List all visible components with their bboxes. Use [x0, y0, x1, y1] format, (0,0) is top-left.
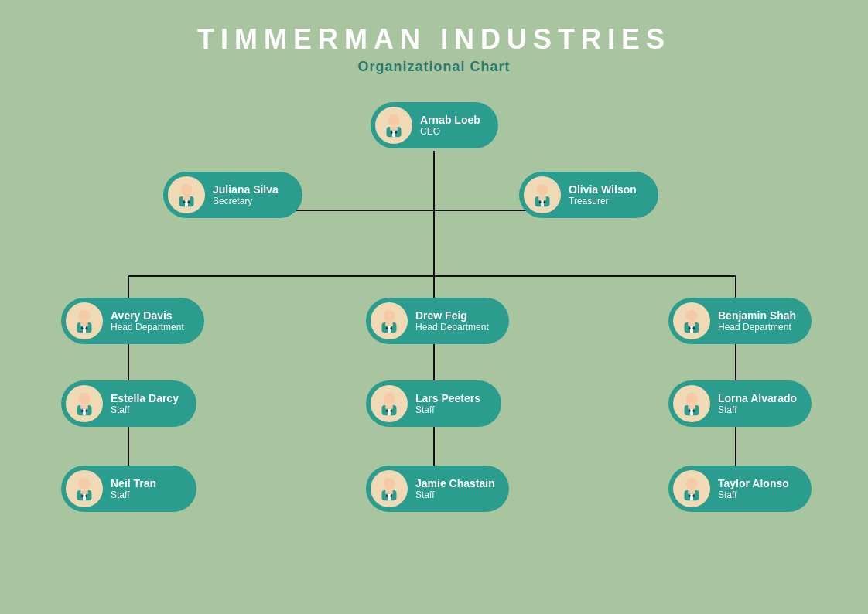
svg-rect-59	[385, 405, 393, 409]
node-staff3a: Lorna Alvarado Staff	[668, 380, 812, 427]
svg-point-55	[81, 410, 84, 412]
svg-rect-42	[388, 326, 391, 333]
node-head3: Benjamin Shah Head Department	[668, 298, 812, 344]
svg-rect-84	[690, 494, 693, 501]
svg-rect-66	[690, 409, 693, 416]
secretary-name: Juliana Silva	[213, 183, 279, 196]
svg-point-85	[689, 495, 691, 497]
svg-point-27	[536, 184, 548, 196]
connectors-svg	[9, 90, 859, 614]
head2-name: Drew Feig	[415, 309, 489, 322]
svg-rect-54	[83, 409, 86, 416]
node-staff3b: Taylor Alonso Staff	[668, 466, 812, 512]
svg-point-80	[390, 495, 392, 497]
avatar-head2	[371, 302, 408, 339]
staff1a-role: Staff	[111, 404, 179, 415]
node-head2: Drew Feig Head Department	[366, 298, 509, 344]
staff3a-name: Lorna Alvarado	[718, 392, 797, 404]
avatar-staff1a	[66, 385, 103, 422]
svg-point-56	[85, 410, 87, 412]
svg-point-31	[539, 201, 542, 203]
staff1b-role: Staff	[111, 489, 156, 500]
svg-point-37	[81, 327, 84, 329]
node-secretary: Juliana Silva Secretary	[163, 172, 302, 218]
svg-point-81	[685, 478, 697, 489]
svg-point-51	[78, 393, 90, 404]
svg-point-44	[390, 327, 392, 329]
avatar-staff1b	[66, 470, 103, 507]
svg-point-63	[685, 393, 697, 404]
svg-point-15	[388, 114, 399, 126]
svg-point-20	[395, 131, 397, 134]
avatar-staff3b	[673, 470, 710, 507]
svg-rect-23	[183, 196, 190, 200]
svg-rect-72	[83, 494, 86, 501]
svg-rect-30	[541, 200, 544, 207]
svg-point-25	[183, 201, 186, 203]
head2-role: Head Department	[415, 322, 489, 333]
avatar-ceo	[375, 107, 412, 144]
svg-point-86	[692, 495, 695, 497]
svg-rect-60	[388, 409, 391, 416]
node-head1: Avery Davis Head Department	[61, 298, 204, 344]
svg-point-79	[386, 495, 388, 497]
svg-rect-29	[538, 196, 546, 200]
avatar-staff2a	[371, 385, 408, 422]
avatar-head1	[66, 302, 103, 339]
staff3b-role: Staff	[718, 489, 789, 500]
svg-point-68	[692, 410, 695, 412]
svg-point-73	[81, 495, 84, 497]
svg-rect-24	[185, 200, 188, 207]
staff2a-role: Staff	[415, 404, 480, 415]
svg-rect-83	[688, 490, 695, 494]
secretary-role: Secretary	[213, 196, 279, 206]
chart-subtitle: Organizational Chart	[197, 59, 671, 75]
svg-rect-36	[83, 326, 86, 333]
svg-rect-48	[690, 326, 693, 333]
staff2b-name: Jamie Chastain	[415, 477, 495, 489]
staff2a-name: Lars Peeters	[415, 392, 480, 404]
svg-point-67	[689, 410, 691, 412]
node-ceo: Arnab Loeb CEO	[371, 102, 498, 148]
svg-point-75	[383, 478, 395, 489]
ceo-role: CEO	[420, 126, 480, 137]
avatar-staff3a	[673, 385, 710, 422]
svg-rect-71	[80, 490, 88, 494]
head3-name: Benjamin Shah	[718, 309, 796, 322]
svg-point-49	[689, 327, 691, 329]
staff3a-role: Staff	[718, 404, 797, 415]
staff1a-name: Estella Darcy	[111, 392, 179, 404]
svg-point-45	[685, 310, 697, 322]
avatar-treasurer	[524, 176, 561, 213]
svg-point-61	[386, 410, 388, 412]
staff3b-name: Taylor Alonso	[718, 477, 789, 489]
staff1b-name: Neil Tran	[111, 477, 156, 489]
head1-name: Avery Davis	[111, 309, 184, 322]
svg-rect-47	[688, 322, 695, 326]
treasurer-name: Olivia Wilson	[569, 183, 637, 196]
svg-point-38	[85, 327, 87, 329]
node-staff1b: Neil Tran Staff	[61, 466, 196, 512]
svg-rect-41	[385, 322, 393, 326]
svg-point-69	[78, 478, 90, 489]
svg-point-32	[543, 201, 545, 203]
svg-rect-65	[688, 405, 695, 409]
head1-role: Head Department	[111, 322, 184, 333]
node-staff1a: Estella Darcy Staff	[61, 380, 196, 427]
avatar-staff2b	[371, 470, 408, 507]
svg-point-43	[386, 327, 388, 329]
node-treasurer: Olivia Wilson Treasurer	[519, 172, 658, 218]
treasurer-role: Treasurer	[569, 196, 637, 206]
svg-rect-17	[390, 127, 398, 131]
svg-point-33	[78, 310, 90, 322]
svg-rect-35	[80, 322, 88, 326]
head3-role: Head Department	[718, 322, 796, 333]
node-staff2a: Lars Peeters Staff	[366, 380, 501, 427]
company-name: TIMMERMAN INDUSTRIES	[197, 23, 671, 56]
page-header: TIMMERMAN INDUSTRIES Organizational Char…	[197, 23, 671, 75]
svg-point-62	[390, 410, 392, 412]
avatar-secretary	[168, 176, 205, 213]
node-staff2b: Jamie Chastain Staff	[366, 466, 509, 512]
svg-point-26	[187, 201, 190, 203]
svg-point-19	[391, 131, 393, 134]
